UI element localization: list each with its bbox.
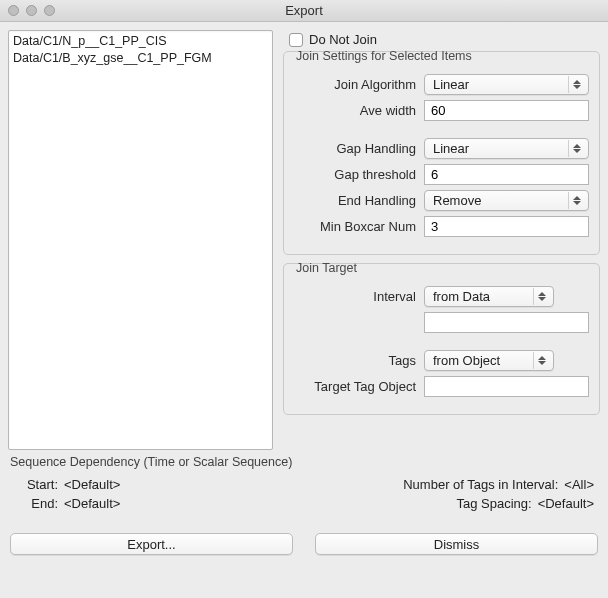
- end-handling-label: End Handling: [294, 193, 424, 208]
- ave-width-input[interactable]: [424, 100, 589, 121]
- target-tag-object-label: Target Tag Object: [294, 379, 424, 394]
- select-value: Linear: [433, 141, 469, 156]
- numtags-label: Number of Tags in Interval:: [403, 477, 558, 492]
- tags-label: Tags: [294, 353, 424, 368]
- min-boxcar-label: Min Boxcar Num: [294, 219, 424, 234]
- select-value: Linear: [433, 77, 469, 92]
- join-target-group: Join Target Interval from Data Tags: [283, 263, 600, 415]
- select-value: Remove: [433, 193, 481, 208]
- group-title: Join Target: [294, 261, 359, 275]
- gap-handling-select[interactable]: Linear: [424, 138, 589, 159]
- list-item[interactable]: Data/C1/B_xyz_gse__C1_PP_FGM: [13, 50, 268, 67]
- numtags-value: <All>: [564, 477, 594, 492]
- gap-threshold-label: Gap threshold: [294, 167, 424, 182]
- tags-select[interactable]: from Object: [424, 350, 554, 371]
- join-algorithm-label: Join Algorithm: [294, 77, 424, 92]
- select-value: from Object: [433, 353, 500, 368]
- window-controls: [0, 5, 55, 16]
- join-settings-group: Join Settings for Selected Items Join Al…: [283, 51, 600, 255]
- select-value: from Data: [433, 289, 490, 304]
- list-item[interactable]: Data/C1/N_p__C1_PP_CIS: [13, 33, 268, 50]
- target-tag-object-input[interactable]: [424, 376, 589, 397]
- interval-input[interactable]: [424, 312, 589, 333]
- start-label: Start:: [14, 477, 58, 492]
- do-not-join-checkbox[interactable]: [289, 33, 303, 47]
- gap-threshold-input[interactable]: [424, 164, 589, 185]
- start-value: <Default>: [64, 477, 120, 492]
- minimize-icon[interactable]: [26, 5, 37, 16]
- chevron-updown-icon: [568, 140, 584, 157]
- sequence-title: Sequence Dependency (Time or Scalar Sequ…: [10, 455, 598, 477]
- button-label: Dismiss: [434, 537, 480, 552]
- window-title: Export: [0, 3, 608, 18]
- tagspacing-value: <Default>: [538, 496, 594, 511]
- interval-select[interactable]: from Data: [424, 286, 554, 307]
- end-handling-select[interactable]: Remove: [424, 190, 589, 211]
- do-not-join-label: Do Not Join: [309, 32, 377, 47]
- join-algorithm-select[interactable]: Linear: [424, 74, 589, 95]
- chevron-updown-icon: [568, 76, 584, 93]
- zoom-icon[interactable]: [44, 5, 55, 16]
- title-bar: Export: [0, 0, 608, 22]
- end-value: <Default>: [64, 496, 120, 511]
- sequence-section: Sequence Dependency (Time or Scalar Sequ…: [0, 450, 608, 523]
- interval-label: Interval: [294, 289, 424, 304]
- gap-handling-label: Gap Handling: [294, 141, 424, 156]
- chevron-updown-icon: [533, 288, 549, 305]
- end-label: End:: [14, 496, 58, 511]
- tagspacing-label: Tag Spacing:: [456, 496, 531, 511]
- dismiss-button[interactable]: Dismiss: [315, 533, 598, 555]
- close-icon[interactable]: [8, 5, 19, 16]
- ave-width-label: Ave width: [294, 103, 424, 118]
- chevron-updown-icon: [568, 192, 584, 209]
- min-boxcar-input[interactable]: [424, 216, 589, 237]
- items-listbox[interactable]: Data/C1/N_p__C1_PP_CIS Data/C1/B_xyz_gse…: [8, 30, 273, 450]
- button-label: Export...: [127, 537, 175, 552]
- export-button[interactable]: Export...: [10, 533, 293, 555]
- chevron-updown-icon: [533, 352, 549, 369]
- group-title: Join Settings for Selected Items: [294, 49, 474, 63]
